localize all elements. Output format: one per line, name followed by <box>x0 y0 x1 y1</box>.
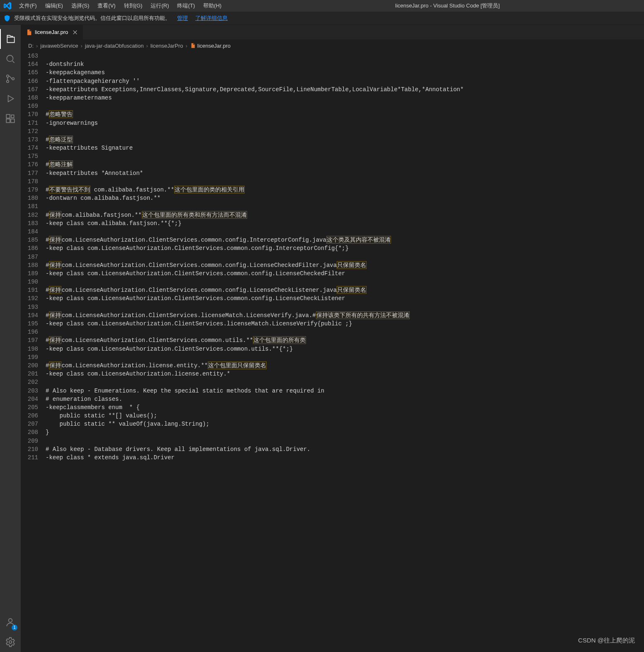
settings-gear-icon[interactable] <box>0 632 21 652</box>
menu-selection[interactable]: 选择(S) <box>67 0 93 12</box>
activity-bar: 1 <box>0 25 21 652</box>
svg-point-9 <box>9 641 12 644</box>
breadcrumb[interactable]: D:› javawebService› java-jar-dataObfusca… <box>21 39 644 52</box>
editor-area: licenseJar.pro D:› javawebService› java-… <box>21 25 644 652</box>
menubar: 文件(F) 编辑(E) 选择(S) 查看(V) 转到(G) 运行(R) 终端(T… <box>15 0 395 12</box>
svg-rect-5 <box>6 119 10 123</box>
menu-go[interactable]: 转到(G) <box>120 0 147 12</box>
svg-point-1 <box>7 75 9 77</box>
shield-icon <box>3 15 11 22</box>
accounts-badge: 1 <box>12 625 17 630</box>
file-icon <box>26 29 32 36</box>
restricted-mode-text: 受限模式旨在实现安全地浏览代码。信任此窗口以启用所有功能。 <box>14 15 170 22</box>
menu-file[interactable]: 文件(F) <box>15 0 41 12</box>
close-icon[interactable] <box>72 29 78 35</box>
extensions-icon[interactable] <box>0 109 21 128</box>
menu-terminal[interactable]: 终端(T) <box>173 0 199 12</box>
tab-label: licenseJar.pro <box>35 29 68 35</box>
menu-run[interactable]: 运行(R) <box>146 0 173 12</box>
watermark: CSDN @往上爬的泥 <box>578 637 635 645</box>
bc-part[interactable]: D: <box>28 43 34 49</box>
bc-file[interactable]: licenseJar.pro <box>190 43 231 49</box>
svg-point-8 <box>9 618 12 622</box>
search-icon[interactable] <box>0 49 21 69</box>
svg-point-0 <box>7 55 13 61</box>
code-editor[interactable]: 1631641651661671681691701711721731741751… <box>21 52 644 652</box>
bc-part[interactable]: javawebService <box>40 43 78 49</box>
run-debug-icon[interactable] <box>0 89 21 109</box>
restricted-mode-bar: 受限模式旨在实现安全地浏览代码。信任此窗口以启用所有功能。 管理 了解详细信息 <box>0 12 644 25</box>
explorer-icon[interactable] <box>0 29 21 49</box>
svg-rect-4 <box>6 114 10 118</box>
tab-licensejar-pro[interactable]: licenseJar.pro <box>21 25 83 39</box>
bc-part[interactable]: java-jar-dataObfuscation <box>85 43 144 49</box>
file-icon <box>190 43 196 48</box>
line-numbers: 1631641651661671681691701711721731741751… <box>21 52 46 652</box>
menu-view[interactable]: 查看(V) <box>93 0 119 12</box>
menu-help[interactable]: 帮助(H) <box>199 0 226 12</box>
manage-link[interactable]: 管理 <box>177 15 188 22</box>
tabs-row: licenseJar.pro <box>21 25 644 39</box>
accounts-icon[interactable]: 1 <box>0 612 21 632</box>
source-control-icon[interactable] <box>0 69 21 89</box>
learn-more-link[interactable]: 了解详细信息 <box>195 15 228 22</box>
svg-rect-6 <box>11 119 15 123</box>
code-content[interactable]: -dontshrink-keeppackagenames-flattenpack… <box>46 52 644 652</box>
window-title: licenseJar.pro - Visual Studio Code [管理员… <box>395 2 641 10</box>
menu-edit[interactable]: 编辑(E) <box>41 0 67 12</box>
vscode-icon <box>3 2 12 10</box>
svg-rect-7 <box>11 115 14 118</box>
svg-point-2 <box>7 80 9 82</box>
svg-point-3 <box>12 78 14 80</box>
bc-part[interactable]: licenseJarPro <box>151 43 183 49</box>
titlebar: 文件(F) 编辑(E) 选择(S) 查看(V) 转到(G) 运行(R) 终端(T… <box>0 0 644 12</box>
